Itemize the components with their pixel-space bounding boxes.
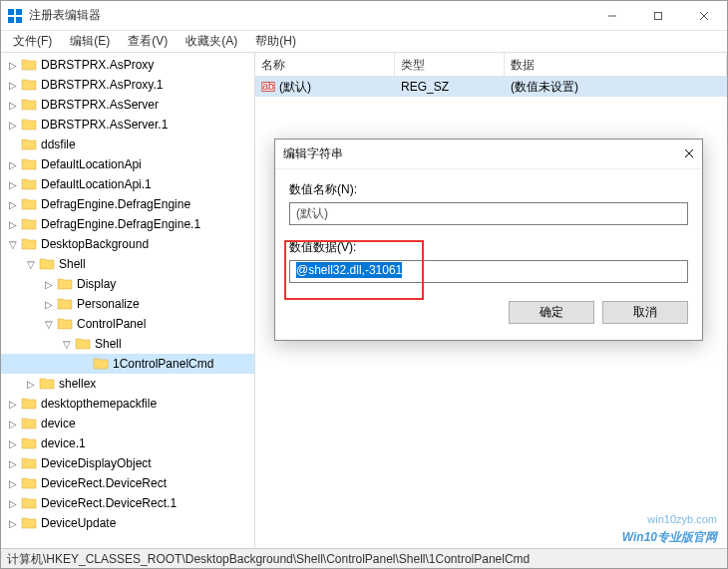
expand-icon[interactable]: ▷ xyxy=(5,159,21,170)
tree-node[interactable]: ▽ControlPanel xyxy=(1,314,254,334)
window-title: 注册表编辑器 xyxy=(29,7,589,24)
expand-icon[interactable]: ▷ xyxy=(5,120,21,131)
tree-label: DefragEngine.DefragEngine.1 xyxy=(41,217,200,231)
tree-label: ControlPanel xyxy=(77,317,146,331)
statusbar: 计算机\HKEY_CLASSES_ROOT\DesktopBackground\… xyxy=(1,548,727,568)
tree-node[interactable]: ▷Personalize xyxy=(1,294,254,314)
tree-label: DBRSTPRX.AsProxy xyxy=(41,58,154,72)
app-icon xyxy=(7,8,23,24)
tree-pane[interactable]: ▷DBRSTPRX.AsProxy▷DBRSTPRX.AsProxy.1▷DBR… xyxy=(1,53,255,548)
tree-node[interactable]: ▷device xyxy=(1,414,254,433)
tree-label: DefaultLocationApi xyxy=(41,157,142,171)
expand-icon[interactable]: ▷ xyxy=(5,80,21,91)
expand-icon[interactable]: ▷ xyxy=(5,518,21,529)
expand-icon[interactable]: ▷ xyxy=(5,60,21,71)
svg-rect-3 xyxy=(16,17,22,23)
tree-node[interactable]: ▷DBRSTPRX.AsProxy.1 xyxy=(1,75,254,95)
collapse-icon[interactable]: ▽ xyxy=(5,239,21,250)
expand-icon[interactable]: ▷ xyxy=(5,438,21,449)
tree-node[interactable]: ▷device.1 xyxy=(1,433,254,453)
expand-icon[interactable]: ▷ xyxy=(5,478,21,489)
expand-icon[interactable]: ▷ xyxy=(5,219,21,230)
menu-view[interactable]: 查看(V) xyxy=(120,31,176,52)
collapse-icon[interactable]: ▽ xyxy=(23,259,39,270)
dialog-close-button[interactable] xyxy=(684,147,694,161)
menu-favorites[interactable]: 收藏夹(A) xyxy=(178,31,245,52)
tree-node[interactable]: ddsfile xyxy=(1,135,254,154)
menu-help[interactable]: 帮助(H) xyxy=(247,31,304,52)
tree-label: Display xyxy=(77,277,116,291)
value-name-input[interactable]: (默认) xyxy=(289,202,688,225)
col-header-data[interactable]: 数据 xyxy=(505,53,727,76)
value-data-input[interactable]: @shell32.dll,-31061 xyxy=(289,260,688,283)
ok-button[interactable]: 确定 xyxy=(509,301,594,324)
tree-label: DefragEngine.DefragEngine xyxy=(41,197,190,211)
cell-data: (数值未设置) xyxy=(505,77,727,98)
tree-node[interactable]: ▽Shell xyxy=(1,254,254,274)
tree-node[interactable]: ▽DesktopBackground xyxy=(1,234,254,254)
value-name-label: 数值名称(N): xyxy=(289,181,688,198)
tree-node[interactable]: ▷DefaultLocationApi.1 xyxy=(1,174,254,194)
cell-type: REG_SZ xyxy=(395,78,505,96)
tree-node[interactable]: ▷DeviceRect.DeviceRect xyxy=(1,473,254,493)
tree-node[interactable]: ▷DBRSTPRX.AsServer.1 xyxy=(1,115,254,135)
expand-icon[interactable]: ▷ xyxy=(41,279,57,290)
dialog-body: 数值名称(N): (默认) 数值数据(V): @shell32.dll,-310… xyxy=(275,169,702,340)
minimize-button[interactable] xyxy=(589,1,635,31)
tree-node[interactable]: ▷Display xyxy=(1,274,254,294)
expand-icon[interactable]: ▷ xyxy=(5,419,21,429)
tree-label: device xyxy=(41,417,76,430)
tree-label: DeviceDisplayObject xyxy=(41,456,152,470)
dialog-title: 编辑字符串 xyxy=(283,145,684,162)
close-button[interactable] xyxy=(681,1,727,31)
expand-icon[interactable]: ▷ xyxy=(41,299,57,310)
tree-node[interactable]: ▷DefragEngine.DefragEngine.1 xyxy=(1,214,254,234)
tree-node[interactable]: 1ControlPanelCmd xyxy=(1,354,254,374)
tree-node[interactable]: ▷DeviceDisplayObject xyxy=(1,453,254,473)
menubar: 文件(F) 编辑(E) 查看(V) 收藏夹(A) 帮助(H) xyxy=(1,31,727,53)
maximize-button[interactable] xyxy=(635,1,681,31)
svg-rect-0 xyxy=(8,9,14,15)
tree-node[interactable]: ▷DefragEngine.DefragEngine xyxy=(1,194,254,214)
tree-label: desktopthemepackfile xyxy=(41,397,157,411)
tree-node[interactable]: ▷desktopthemepackfile xyxy=(1,394,254,414)
tree-label: DefaultLocationApi.1 xyxy=(41,177,152,191)
collapse-icon[interactable]: ▽ xyxy=(41,319,57,330)
list-row[interactable]: ab(默认)REG_SZ(数值未设置) xyxy=(255,77,727,97)
cancel-button[interactable]: 取消 xyxy=(602,301,688,324)
tree-node[interactable]: ▷DefaultLocationApi xyxy=(1,154,254,174)
collapse-icon[interactable]: ▽ xyxy=(59,339,75,350)
tree-label: shellex xyxy=(59,377,96,391)
expand-icon[interactable]: ▷ xyxy=(5,199,21,210)
tree-label: DeviceUpdate xyxy=(41,516,116,530)
tree-label: Shell xyxy=(59,257,86,271)
col-header-type[interactable]: 类型 xyxy=(395,53,505,76)
tree-node[interactable]: ▽Shell xyxy=(1,334,254,354)
tree-node[interactable]: ▷DeviceUpdate xyxy=(1,513,254,533)
tree-node[interactable]: ▷DBRSTPRX.AsServer xyxy=(1,95,254,115)
tree-label: 1ControlPanelCmd xyxy=(113,357,213,371)
expand-icon[interactable]: ▷ xyxy=(5,399,21,410)
window-titlebar: 注册表编辑器 xyxy=(1,1,727,31)
tree-label: DeviceRect.DeviceRect.1 xyxy=(41,496,177,510)
menu-file[interactable]: 文件(F) xyxy=(5,31,60,52)
svg-rect-2 xyxy=(8,17,14,23)
edit-string-dialog: 编辑字符串 数值名称(N): (默认) 数值数据(V): @shell32.dl… xyxy=(274,139,703,341)
expand-icon[interactable]: ▷ xyxy=(23,379,39,390)
value-data-label: 数值数据(V): xyxy=(289,239,688,256)
menu-edit[interactable]: 编辑(E) xyxy=(62,31,118,52)
cell-name: ab(默认) xyxy=(255,77,395,98)
expand-icon[interactable]: ▷ xyxy=(5,458,21,469)
expand-icon[interactable]: ▷ xyxy=(5,498,21,509)
dialog-titlebar[interactable]: 编辑字符串 xyxy=(275,140,702,169)
tree-node[interactable]: ▷DBRSTPRX.AsProxy xyxy=(1,55,254,75)
tree-label: Shell xyxy=(95,337,122,351)
expand-icon[interactable]: ▷ xyxy=(5,179,21,190)
tree-label: DBRSTPRX.AsProxy.1 xyxy=(41,78,163,92)
tree-node[interactable]: ▷shellex xyxy=(1,374,254,394)
tree-node[interactable]: ▷DeviceRect.DeviceRect.1 xyxy=(1,493,254,513)
col-header-name[interactable]: 名称 xyxy=(255,53,395,76)
list-header: 名称 类型 数据 xyxy=(255,53,727,77)
expand-icon[interactable]: ▷ xyxy=(5,100,21,111)
tree-label: device.1 xyxy=(41,436,86,450)
